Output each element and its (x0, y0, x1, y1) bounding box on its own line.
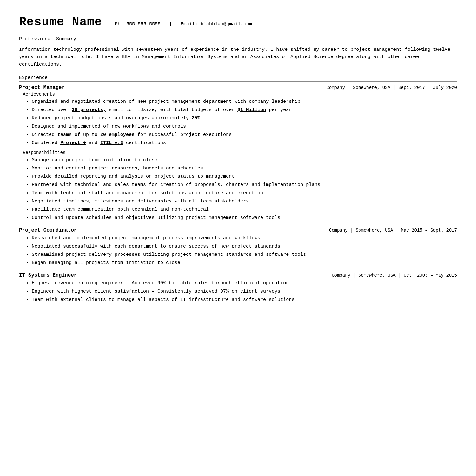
list-item: Began managing all projects from initiat… (32, 259, 457, 267)
job-header-pc: Project Coordinator Company | Somewhere,… (19, 228, 457, 233)
summary-text: Information technology professional with… (19, 46, 457, 68)
list-item: Reduced project budget costs and overage… (32, 115, 457, 122)
list-item: Facilitate team communication both techn… (32, 206, 457, 214)
job-project-coordinator: Project Coordinator Company | Somewhere,… (19, 228, 457, 267)
list-item: Negotiated timelines, milestones and del… (32, 198, 457, 205)
contact-info: Ph: 555-555-5555 | Email: blahblah@gmail… (115, 22, 252, 27)
highlight: 25% (192, 116, 200, 121)
email-address: blahblah@gmail.com (201, 22, 252, 27)
coordinator-list: Researched and implemented project manag… (32, 235, 457, 267)
highlight: new (137, 99, 146, 104)
list-item: Partnered with technical and sales teams… (32, 181, 457, 189)
highlight: $1 Million (237, 107, 266, 113)
highlight: 20 employees (100, 132, 135, 137)
list-item: Directed teams of up to 20 employees for… (32, 131, 457, 139)
responsibilities-header: Responsibilities (23, 150, 457, 155)
list-item: Streamlined project delivery processes u… (32, 251, 457, 259)
experience-header: Experience (19, 75, 457, 82)
job-meta-itse: Company | Somewhere, USA | Oct. 2003 – M… (332, 273, 457, 278)
list-item: Negotiated successfully with each depart… (32, 243, 457, 250)
achievements-list: Organized and negotiated creation of new… (32, 98, 457, 147)
phone-number: 555-555-5555 (126, 22, 161, 27)
list-item: Directed over 30 projects, small to mids… (32, 106, 457, 114)
job-header-pm: Project Manager Company | Somewhere, USA… (19, 85, 457, 90)
phone-label: Ph: (115, 22, 123, 27)
job-title-itse: IT Systems Engineer (19, 273, 77, 278)
job-title-pc: Project Coordinator (19, 228, 77, 233)
job-project-manager: Project Manager Company | Somewhere, USA… (19, 85, 457, 222)
highlight: 30 projects, (72, 107, 106, 113)
list-item: Provide detailed reporting and analysis … (32, 173, 457, 181)
highlight: Project + (60, 140, 86, 146)
job-title-pm: Project Manager (19, 85, 65, 90)
job-meta-pm: Company | Somewhere, USA | Sept. 2017 – … (326, 85, 457, 90)
achievements-header: Achievements (23, 92, 457, 97)
list-item: Manage each project from initiation to c… (32, 156, 457, 164)
email-label: Email: (181, 22, 198, 27)
summary-section: Professional Summary Information technol… (19, 36, 457, 68)
list-item: Engineer with highest client satisfactio… (32, 288, 457, 295)
list-item: Monitor and control project resources, b… (32, 165, 457, 172)
list-item: Completed Project + and ITIL v.3 certifi… (32, 139, 457, 147)
experience-section: Experience Project Manager Company | Som… (19, 75, 457, 304)
responsibilities-list: Manage each project from initiation to c… (32, 156, 457, 222)
resume-name: Resume Name (19, 15, 102, 29)
list-item: Highest revenue earning engineer - Achie… (32, 280, 457, 287)
engineer-list: Highest revenue earning engineer - Achie… (32, 280, 457, 304)
resume-header: Resume Name Ph: 555-555-5555 | Email: bl… (19, 15, 457, 29)
list-item: Control and update schedules and objecti… (32, 214, 457, 222)
list-item: Researched and implemented project manag… (32, 235, 457, 242)
list-item: Organized and negotiated creation of new… (32, 98, 457, 106)
job-meta-pc: Company | Somewhere, USA | May 2015 – Se… (329, 228, 457, 233)
separator1: | (169, 22, 172, 27)
job-it-systems-engineer: IT Systems Engineer Company | Somewhere,… (19, 273, 457, 304)
summary-header: Professional Summary (19, 36, 457, 43)
list-item: Designed and implemented of new workflow… (32, 123, 457, 130)
job-header-itse: IT Systems Engineer Company | Somewhere,… (19, 273, 457, 278)
list-item: Team with external clients to manage all… (32, 296, 457, 304)
list-item: Team with technical staff and management… (32, 189, 457, 197)
highlight: ITIL v.3 (100, 140, 123, 146)
